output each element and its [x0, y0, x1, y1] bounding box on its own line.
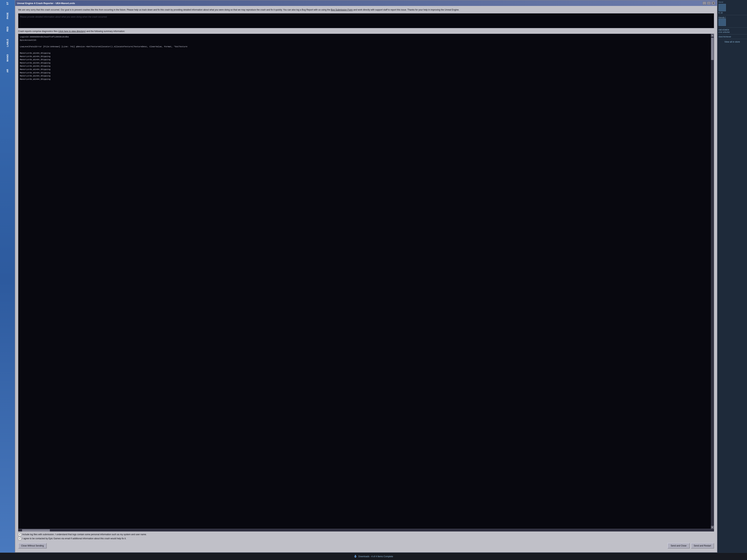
minimize-button[interactable]: _: [702, 1, 706, 5]
description-placeholder: Please provide detailed information abou…: [20, 16, 107, 18]
sidebar-text-ar: AR: [6, 69, 9, 73]
diagnostics-label: Crash reports comprise diagnostics files…: [18, 30, 714, 33]
download-icon: [354, 555, 357, 558]
locked-label: cked Achiever: [719, 35, 746, 38]
friends-section: friends l: [717, 15, 747, 28]
friend-label: friend: [719, 1, 746, 3]
description-box[interactable]: Please provide detailed information abou…: [18, 14, 714, 28]
vertical-scrollbar[interactable]: ▲ ▼: [711, 34, 714, 529]
downloads-text: Downloads - 4 of 4 Items Complete: [358, 555, 393, 558]
friend-avatar-1: [719, 4, 726, 11]
right-panel: friend K 10 friends l HIEVEMEN u've unlo…: [717, 0, 747, 560]
contact-consent-row: ✓ I agree to be contacted by Epic Games …: [18, 537, 714, 540]
achievement-label: HIEVEMEN: [719, 29, 746, 31]
view-all-store-link[interactable]: View all in store: [724, 41, 740, 43]
crash-dialog: Unreal Engine 4 Crash Reporter - UE4-Man…: [15, 0, 717, 553]
dialog-buttons: Close Without Sending Send and Close Sen…: [18, 543, 714, 550]
view-directory-link[interactable]: click here to view directory: [59, 30, 85, 33]
include-logs-row: ✓ Include log files with submission. I u…: [18, 533, 714, 536]
intro-text: We are very sorry that this crash occurr…: [18, 8, 714, 11]
achievement-section: HIEVEMEN u've unlocke: [717, 28, 747, 34]
bug-submission-link[interactable]: Bug Submission Form: [331, 8, 353, 11]
crash-info-content[interactable]: LoginId:38999d894db25aa5fc0f12863b1dcdba…: [18, 34, 711, 529]
right-buttons: Send and Close Send and Restart: [668, 543, 714, 549]
dialog-title: Unreal Engine 4 Crash Reporter - UE4-Man…: [17, 2, 75, 5]
close-button[interactable]: ✕: [712, 1, 715, 5]
crash-log-text: LoginId:38999d894db25aa5fc0f12863b1dcdba…: [20, 35, 710, 81]
scroll-up-button[interactable]: ▲: [711, 34, 714, 37]
sidebar-text-mano: MANO: [6, 54, 9, 62]
dialog-title-bar: Unreal Engine 4 Crash Reporter - UE4-Man…: [15, 0, 717, 6]
contact-consent-label: I agree to be contacted by Epic Games vi…: [22, 537, 126, 540]
include-logs-checkbox[interactable]: ✓: [18, 533, 21, 536]
send-and-close-button[interactable]: Send and Close: [668, 543, 690, 549]
sidebar-text-red: RED: [6, 26, 9, 31]
friends-label: friends l: [719, 16, 746, 19]
locked-section: cked Achiever: [717, 34, 747, 39]
horizontal-scrollbar[interactable]: [18, 529, 714, 532]
checkbox-check-logs: ✓: [19, 533, 21, 536]
dialog-content: We are very sorry that this crash occurr…: [15, 6, 717, 552]
left-sidebar: ST Page RED LABLE MANO AR: [0, 0, 15, 560]
store-bar: View all in store: [717, 39, 747, 45]
checkbox-check-consent: ✓: [19, 537, 21, 540]
unlocked-label: u've unlocke: [719, 31, 746, 33]
checkboxes-area: ✓ Include log files with submission. I u…: [18, 533, 714, 541]
title-bar-controls: _ □ ✕: [702, 1, 715, 5]
send-and-restart-button[interactable]: Send and Restart: [691, 543, 714, 549]
friend-section: friend K 10: [717, 0, 747, 15]
bottom-bar: Downloads - 4 of 4 Items Complete: [0, 553, 747, 560]
maximize-button[interactable]: □: [707, 1, 711, 5]
scroll-down-button[interactable]: ▼: [711, 526, 714, 529]
contact-consent-checkbox[interactable]: ✓: [18, 537, 21, 540]
h-scrollbar-thumb[interactable]: [22, 529, 50, 532]
sidebar-text-lable: LABLE: [6, 39, 9, 47]
sidebar-text-st: ST: [6, 2, 9, 5]
crash-info-box: LoginId:38999d894db25aa5fc0f12863b1dcdba…: [18, 34, 714, 529]
close-without-sending-button[interactable]: Close Without Sending: [18, 543, 47, 549]
sidebar-text-page: Page: [6, 12, 9, 19]
friend-avatar-2: [719, 19, 726, 26]
diagnostics-section: Crash reports comprise diagnostics files…: [18, 30, 714, 532]
scrollbar-thumb[interactable]: [711, 38, 714, 60]
include-logs-label: Include log files with submission. I und…: [22, 533, 147, 536]
friend-count: K 10: [719, 12, 746, 14]
